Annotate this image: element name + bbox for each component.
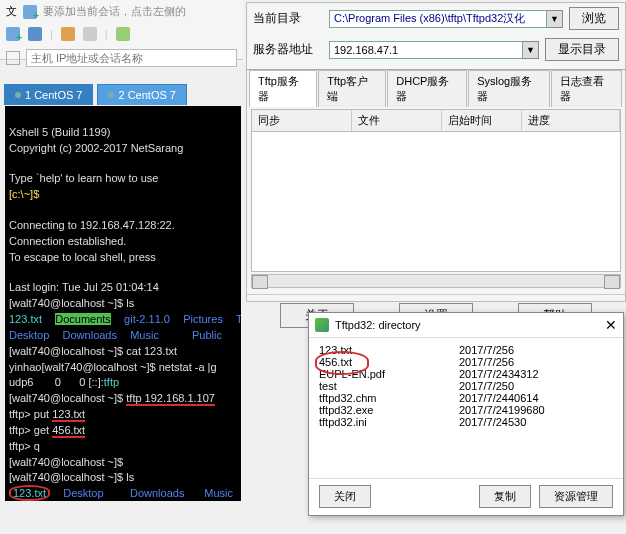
dropdown-icon[interactable]: ▼: [547, 10, 563, 28]
list-item[interactable]: 123.txt2017/7/256: [319, 344, 613, 356]
list-item[interactable]: test2017/7/250: [319, 380, 613, 392]
server-tabs: Tftp服务器 Tftp客户端 DHCP服务器 Syslog服务器 日志查看器: [247, 69, 625, 107]
pencil-icon[interactable]: [61, 27, 75, 41]
file-list[interactable]: 123.txt2017/7/256456.txt2017/7/256EUPL-E…: [309, 338, 623, 478]
tab-tftp-server[interactable]: Tftp服务器: [249, 70, 317, 107]
dir-input[interactable]: [329, 10, 547, 28]
tool-icon-3[interactable]: [116, 27, 130, 41]
close-button[interactable]: 关闭: [319, 485, 371, 508]
list-item[interactable]: tftpd32.chm2017/7/2440614: [319, 392, 613, 404]
dialog-titlebar[interactable]: Tftpd32: directory ✕: [309, 313, 623, 338]
browse-button[interactable]: 浏览: [569, 7, 619, 30]
tab-syslog-server[interactable]: Syslog服务器: [468, 70, 550, 107]
list-item[interactable]: tftpd32.exe2017/7/24199680: [319, 404, 613, 416]
dialog-title: Tftpd32: directory: [335, 319, 421, 331]
char-icon: 文: [6, 4, 17, 19]
tool-icon-2[interactable]: [83, 27, 97, 41]
show-dir-button[interactable]: 显示目录: [545, 38, 619, 61]
h-scrollbar[interactable]: [251, 274, 621, 288]
addr-input[interactable]: [329, 41, 523, 59]
status-dot-icon: [108, 92, 114, 98]
status-dot-icon: [15, 92, 21, 98]
screen-icon[interactable]: [6, 51, 20, 65]
tab-centos7-2[interactable]: 2 CentOS 7: [97, 84, 186, 105]
dropdown-icon[interactable]: ▼: [523, 41, 539, 59]
col-file[interactable]: 文件: [352, 110, 442, 131]
tab-dhcp-server[interactable]: DHCP服务器: [387, 70, 467, 107]
hint-text: 要添加当前会话，点击左侧的: [43, 4, 186, 19]
app-toolbar: 文 要添加当前会话，点击左侧的 | |: [0, 0, 243, 60]
list-item[interactable]: 456.txt2017/7/256: [319, 356, 613, 368]
new-icon[interactable]: [6, 27, 20, 41]
tab-tftp-client[interactable]: Tftp客户端: [318, 70, 386, 107]
table-body: [251, 132, 621, 272]
add-session-icon[interactable]: [23, 5, 37, 19]
col-progress[interactable]: 进度: [522, 110, 620, 131]
list-item[interactable]: tftpd32.ini2017/7/24530: [319, 416, 613, 428]
close-icon[interactable]: ✕: [605, 317, 617, 333]
explorer-button[interactable]: 资源管理: [539, 485, 613, 508]
col-sync[interactable]: 同步: [252, 110, 352, 131]
app-icon: [315, 318, 329, 332]
tool-icon-1[interactable]: [28, 27, 42, 41]
directory-dialog: Tftpd32: directory ✕ 123.txt2017/7/25645…: [308, 312, 624, 516]
tab-centos7-1[interactable]: 1 CentOS 7: [4, 84, 93, 105]
host-input[interactable]: [26, 49, 237, 67]
col-start[interactable]: 启始时间: [442, 110, 522, 131]
tab-log-viewer[interactable]: 日志查看器: [551, 70, 622, 107]
addr-label: 服务器地址: [253, 41, 323, 58]
session-tabs: 1 CentOS 7 2 CentOS 7: [4, 84, 187, 105]
tftpd32-panel: 当前目录 ▼ 浏览 服务器地址 ▼ 显示目录 Tftp服务器 Tftp客户端 D…: [246, 2, 626, 302]
terminal-output[interactable]: Xshell 5 (Build 1199) Copyright (c) 2002…: [5, 106, 241, 501]
table-header: 同步 文件 启始时间 进度: [251, 109, 621, 132]
copy-button[interactable]: 复制: [479, 485, 531, 508]
list-item[interactable]: EUPL-EN.pdf2017/7/2434312: [319, 368, 613, 380]
dir-label: 当前目录: [253, 10, 323, 27]
